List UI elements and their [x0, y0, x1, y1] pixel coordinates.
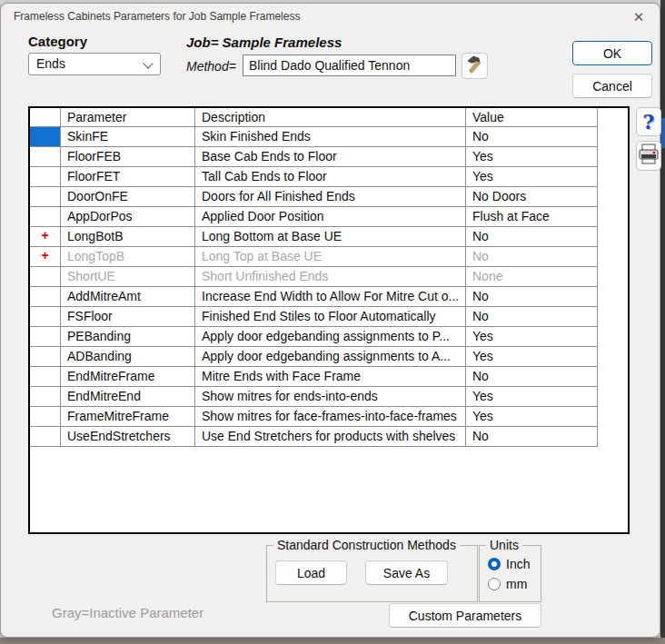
parameter-cell[interactable]: UseEndStretchers [61, 427, 195, 446]
row-selector-cell[interactable]: + [30, 227, 61, 246]
parameter-cell[interactable]: EndMitreEnd [61, 387, 195, 406]
row-selector-cell[interactable] [30, 407, 61, 426]
parameter-cell[interactable]: LongBotB [61, 227, 195, 246]
value-cell[interactable]: No [466, 367, 598, 386]
value-cell[interactable]: Yes [466, 327, 598, 346]
row-selector-cell[interactable] [30, 307, 61, 326]
table-row[interactable]: FloorFETTall Cab Ends to FloorYes [30, 167, 598, 187]
table-row[interactable]: PEBandingApply door edgebanding assignme… [30, 327, 598, 347]
row-selector-cell[interactable]: + [30, 247, 61, 266]
parameter-cell[interactable]: AppDorPos [61, 207, 195, 226]
table-row[interactable]: FrameMitreFrameShow mitres for face-fram… [30, 407, 598, 427]
row-selector-cell[interactable] [30, 127, 61, 146]
table-row[interactable]: AppDorPosApplied Door PositionFlush at F… [30, 207, 598, 227]
table-row[interactable]: EndMitreEndShow mitres for ends-into-end… [30, 387, 598, 407]
parameter-cell[interactable]: ShortUE [61, 267, 195, 286]
value-cell[interactable]: Yes [466, 147, 598, 166]
parameter-cell[interactable]: LongTopB [61, 247, 195, 266]
description-cell[interactable]: Long Bottom at Base UE [195, 227, 466, 246]
row-selector-cell[interactable] [30, 167, 61, 186]
value-cell[interactable]: Yes [466, 387, 598, 406]
description-cell[interactable]: Applied Door Position [195, 207, 466, 226]
parameter-cell[interactable]: ADBanding [61, 347, 195, 366]
title-bar[interactable]: Frameless Cabinets Parameters for Job Sa… [1, 4, 660, 29]
description-cell[interactable]: Base Cab Ends to Floor [195, 147, 466, 166]
unit-radio-mm[interactable]: mm [488, 577, 527, 591]
description-cell[interactable]: Increase End Width to Allow For Mitre Cu… [195, 287, 466, 306]
parameter-cell[interactable]: FSFloor [61, 307, 195, 326]
help-question-icon: ? [643, 112, 655, 132]
row-selector-cell[interactable] [30, 147, 61, 166]
table-row[interactable]: DoorOnFEDoors for All Finished EndsNo Do… [30, 187, 598, 207]
row-selector-cell[interactable] [30, 387, 61, 406]
parameter-cell[interactable]: AddMitreAmt [61, 287, 195, 306]
value-cell[interactable]: No [466, 427, 598, 446]
table-row[interactable]: +LongBotBLong Bottom at Base UENo [30, 227, 598, 247]
table-row[interactable]: AddMitreAmtIncrease End Width to Allow F… [30, 287, 598, 307]
row-selector-cell[interactable] [30, 287, 61, 306]
parameter-cell[interactable]: FloorFEB [61, 147, 195, 166]
description-cell[interactable]: Tall Cab Ends to Floor [195, 167, 466, 186]
value-cell[interactable]: Flush at Face [466, 207, 598, 226]
table-row[interactable]: +LongTopBLong Top at Base UENo [30, 247, 598, 267]
close-icon[interactable]: ✕ [627, 6, 650, 28]
description-cell[interactable]: Show mitres for face-frames-into-face-fr… [195, 407, 466, 426]
value-cell[interactable]: No [466, 227, 598, 246]
description-cell[interactable]: Apply door edgebanding assignments to A.… [195, 347, 466, 366]
method-input[interactable] [243, 54, 456, 76]
value-cell[interactable]: No [466, 307, 598, 326]
hammer-icon [465, 54, 485, 78]
row-selector-cell[interactable] [30, 427, 61, 446]
parameter-cell[interactable]: PEBanding [61, 327, 195, 346]
table-row[interactable]: SkinFESkin Finished EndsNo [30, 127, 598, 147]
table-row[interactable]: ShortUEShort Unfinished EndsNone [30, 267, 598, 287]
parameter-cell[interactable]: SkinFE [61, 127, 195, 146]
value-cell[interactable]: Yes [466, 167, 598, 186]
value-cell[interactable]: No [466, 247, 598, 266]
unit-radio-inch[interactable]: Inch [488, 557, 530, 571]
description-cell[interactable]: Mitre Ends with Face Frame [195, 367, 466, 386]
table-row[interactable]: UseEndStretchersUse End Stretchers for p… [30, 427, 598, 447]
parameter-cell[interactable]: FrameMitreFrame [61, 407, 195, 426]
row-selector-cell[interactable] [30, 187, 61, 206]
description-cell[interactable]: Finished End Stiles to Floor Automatical… [195, 307, 466, 326]
help-button[interactable]: ? [636, 107, 661, 136]
description-cell[interactable]: Use End Stretchers for products with she… [195, 427, 466, 446]
row-selector-cell[interactable] [30, 347, 61, 366]
row-selector-cell[interactable] [30, 367, 61, 386]
value-cell[interactable]: Yes [466, 407, 598, 426]
category-dropdown[interactable]: Ends [28, 53, 161, 75]
description-cell[interactable]: Show mitres for ends-into-ends [195, 387, 466, 406]
ok-button[interactable]: OK [572, 41, 652, 65]
description-cell[interactable]: Skin Finished Ends [195, 127, 466, 146]
value-cell[interactable]: No [466, 127, 598, 146]
table-row[interactable]: ADBandingApply door edgebanding assignme… [30, 347, 598, 367]
standard-construction-methods-label: Standard Construction Methods [273, 538, 460, 552]
description-cell[interactable]: Apply door edgebanding assignments to P.… [195, 327, 466, 346]
value-cell[interactable]: No Doors [466, 187, 598, 206]
row-selector-cell[interactable] [30, 207, 61, 226]
row-selector-cell[interactable] [30, 327, 61, 346]
parameter-cell[interactable]: DoorOnFE [61, 187, 195, 206]
construction-method-button[interactable] [462, 53, 488, 79]
description-cell[interactable]: Short Unfinished Ends [195, 267, 466, 286]
load-button[interactable]: Load [275, 560, 347, 585]
cancel-button[interactable]: Cancel [572, 74, 652, 98]
parameter-cell[interactable]: FloorFET [61, 167, 195, 186]
value-cell[interactable]: Yes [466, 347, 598, 366]
table-row[interactable]: FloorFEBBase Cab Ends to FloorYes [30, 147, 598, 167]
value-cell[interactable]: No [466, 287, 598, 306]
custom-parameters-button[interactable]: Custom Parameters [389, 603, 541, 628]
row-selector-cell[interactable] [30, 267, 61, 286]
frameless-parameters-dialog: Frameless Cabinets Parameters for Job Sa… [0, 3, 660, 638]
parameters-table[interactable]: Parameter Description Value SkinFESkin F… [28, 106, 630, 534]
table-row[interactable]: FSFloorFinished End Stiles to Floor Auto… [30, 307, 598, 327]
background-window-bottom-strip [0, 638, 665, 644]
table-row[interactable]: EndMitreFrameMitre Ends with Face FrameN… [30, 367, 598, 387]
save-as-button[interactable]: Save As [365, 560, 448, 585]
print-button[interactable] [636, 141, 661, 171]
description-cell[interactable]: Long Top at Base UE [195, 247, 466, 266]
parameter-cell[interactable]: EndMitreFrame [61, 367, 195, 386]
description-cell[interactable]: Doors for All Finished Ends [195, 187, 466, 206]
value-cell[interactable]: None [466, 267, 598, 286]
